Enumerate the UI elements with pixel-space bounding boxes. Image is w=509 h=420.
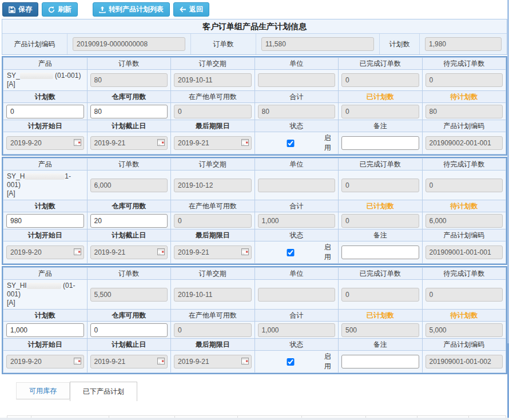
planned-qty-field[interactable]: [341, 105, 419, 118]
deadline-date-value: 2019-9-21: [178, 248, 209, 256]
header-panel: 客户订单组产品生产计划信息 产品计划编码 订单数 计划数: [2, 19, 507, 55]
planned-qty-field[interactable]: [341, 214, 419, 228]
item-plan-code-field[interactable]: [426, 136, 503, 150]
item-plan-code-field[interactable]: [426, 355, 503, 369]
remark-input[interactable]: [341, 245, 419, 259]
product-block-3: 产品 订单数 订单交期 单位 已完成订单数 待完成订单数 SY_HI (01-0…: [2, 266, 507, 374]
calendar-icon[interactable]: [157, 139, 165, 148]
other-avail-field[interactable]: [174, 105, 252, 118]
other-avail-field[interactable]: [174, 323, 252, 337]
calendar-icon[interactable]: [74, 358, 81, 366]
deadline-date-value: 2019-9-21: [178, 139, 209, 147]
start-date-picker[interactable]: 2019-9-20: [6, 136, 84, 150]
calendar-icon[interactable]: [74, 248, 81, 257]
plan-code-field[interactable]: [73, 37, 185, 51]
product-block-1: 产品 订单数 订单交期 单位 已完成订单数 待完成订单数 SY_ (01-001…: [2, 56, 507, 156]
start-date-header: 计划开始日: [3, 120, 88, 132]
back-arrow-icon: [180, 6, 186, 13]
deadline-date-picker[interactable]: 2019-9-21: [174, 355, 252, 369]
enabled-checkbox[interactable]: [260, 358, 321, 366]
planned-qty-field[interactable]: [341, 323, 419, 337]
deadline-date-value: 2019-9-21: [178, 358, 209, 366]
unit-field[interactable]: [258, 288, 336, 302]
enabled-label: 启用: [324, 133, 335, 153]
calendar-icon[interactable]: [241, 139, 249, 148]
order-qty-field[interactable]: [90, 179, 168, 192]
pending-orders-field[interactable]: [426, 73, 503, 87]
completed-orders-field[interactable]: [341, 73, 419, 87]
to-plan-qty-field[interactable]: [426, 214, 503, 228]
tab-placed-product-plans[interactable]: 已下产品计划: [70, 382, 137, 401]
total-field[interactable]: [258, 214, 336, 228]
total-field[interactable]: [258, 105, 336, 118]
calendar-icon[interactable]: [157, 248, 165, 257]
deadline-header: 最后期限日: [171, 339, 255, 351]
warehouse-avail-input[interactable]: [90, 214, 168, 228]
plan-qty-input[interactable]: [6, 214, 84, 228]
to-plan-qty-field[interactable]: [426, 105, 503, 118]
end-date-header: 计划截止日: [87, 339, 171, 351]
total-header: 合计: [254, 310, 339, 322]
pending-orders-field[interactable]: [426, 179, 503, 192]
redacted-product-name: [20, 73, 53, 79]
goto-plan-list-button[interactable]: 转到产品计划列表: [93, 2, 170, 17]
order-qty-cell: [256, 34, 379, 54]
delivery-date-field[interactable]: [174, 288, 252, 302]
plan-code-header: 产品计划编码: [422, 229, 506, 241]
plan-code-cell: [67, 34, 190, 54]
calendar-icon[interactable]: [157, 358, 165, 366]
unit-field[interactable]: [258, 73, 336, 87]
remark-input[interactable]: [341, 136, 419, 150]
end-date-header: 计划截止日: [87, 229, 171, 241]
item-plan-code-field[interactable]: [426, 245, 503, 259]
order-qty-field[interactable]: [261, 37, 374, 51]
order-qty-field[interactable]: [90, 73, 168, 87]
plan-qty-input[interactable]: [6, 105, 84, 118]
start-date-picker[interactable]: 2019-9-20: [6, 245, 84, 259]
total-field[interactable]: [258, 323, 336, 337]
toolbar: 保存 刷新 转到产品计划列表 返回: [0, 0, 509, 19]
back-button[interactable]: 返回: [173, 2, 209, 17]
delivery-date-field[interactable]: [174, 73, 252, 87]
remark-input[interactable]: [341, 355, 419, 369]
unit-field[interactable]: [258, 179, 336, 192]
start-date-value: 2019-9-20: [10, 139, 42, 147]
end-date-picker[interactable]: 2019-9-21: [90, 245, 168, 259]
order-qty-header: 订单数: [87, 58, 171, 70]
total-header: 合计: [254, 91, 339, 103]
completed-header: 已完成订单数: [339, 268, 423, 280]
delivery-date-field[interactable]: [174, 179, 252, 192]
deadline-date-picker[interactable]: 2019-9-21: [174, 245, 252, 259]
calendar-icon[interactable]: [74, 139, 81, 148]
deadline-date-picker[interactable]: 2019-9-21: [174, 136, 252, 150]
completed-orders-field[interactable]: [341, 288, 419, 302]
start-date-picker[interactable]: 2019-9-20: [6, 355, 84, 369]
enabled-label: 启用: [324, 243, 335, 262]
save-button[interactable]: 保存: [2, 2, 38, 17]
warehouse-avail-input[interactable]: [90, 105, 168, 118]
other-avail-header: 在产他单可用数: [171, 91, 255, 103]
plan-qty-input[interactable]: [6, 323, 84, 337]
end-date-picker[interactable]: 2019-9-21: [90, 136, 168, 150]
calendar-icon[interactable]: [241, 248, 249, 257]
plan-qty-field[interactable]: [425, 37, 502, 51]
other-avail-field[interactable]: [174, 214, 252, 228]
tab-available-inventory[interactable]: 可用库存: [16, 382, 70, 399]
warehouse-avail-input[interactable]: [90, 323, 168, 337]
to-plan-qty-field[interactable]: [426, 323, 503, 337]
end-date-value: 2019-9-21: [94, 248, 126, 256]
enabled-checkbox[interactable]: [260, 140, 321, 147]
end-date-picker[interactable]: 2019-9-21: [90, 355, 168, 369]
bottom-tabs: 可用库存 已下产品计划: [16, 380, 509, 399]
pending-orders-field[interactable]: [426, 288, 503, 302]
planned-header: 已计划数: [339, 91, 423, 103]
redacted-product-name: [27, 283, 61, 289]
completed-orders-field[interactable]: [341, 179, 419, 192]
plan-qty-header: 计划数: [3, 310, 88, 322]
refresh-button[interactable]: 刷新: [42, 2, 78, 17]
enabled-checkbox[interactable]: [260, 249, 321, 256]
status-header: 状态: [254, 229, 339, 241]
calendar-icon[interactable]: [241, 358, 249, 366]
to-plan-header: 待计划数: [422, 310, 506, 322]
order-qty-field[interactable]: [90, 288, 168, 302]
